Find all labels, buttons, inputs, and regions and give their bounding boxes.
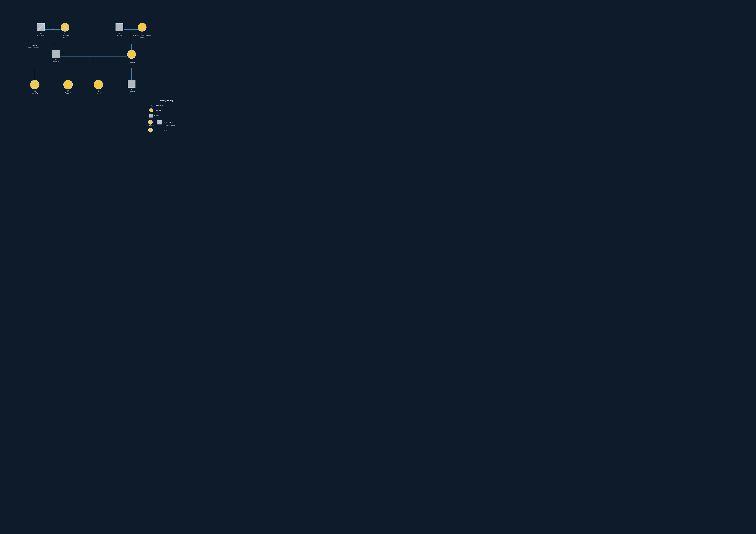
svg-text:A and W: A and W — [65, 92, 71, 94]
svg-text:(Old Age): (Old Age) — [37, 35, 44, 36]
genogram-diagram: 90 (Old Age) 73 (Colorectal Cancer) Unkn… — [0, 0, 197, 136]
svg-text:Chronic Kidney Disease: Chronic Kidney Disease — [133, 35, 151, 36]
child2: 15 A and W — [64, 80, 72, 94]
svg-text:or: or — [155, 121, 156, 123]
svg-line-56 — [150, 104, 153, 107]
svg-text:Genogram Key: Genogram Key — [160, 100, 173, 102]
father: 47 A and W — [52, 51, 60, 63]
svg-text:A and W: A and W — [128, 90, 135, 92]
svg-text:6: 6 — [131, 89, 132, 90]
svg-rect-35 — [52, 51, 60, 58]
svg-text:47: 47 — [55, 59, 57, 61]
svg-text:= Separated: = Separated — [154, 105, 163, 106]
svg-rect-51 — [128, 80, 135, 88]
mother: 43 A and W — [127, 50, 136, 64]
svg-text:Sibling History: Sibling History — [28, 46, 39, 48]
svg-text:Diabetes: Diabetes — [139, 37, 146, 38]
svg-point-38 — [127, 50, 136, 59]
svg-text:90: 90 — [40, 33, 42, 34]
svg-text:A and W: A and W — [32, 92, 38, 94]
svg-text:= Client: = Client — [164, 129, 169, 131]
paternal-grandmother: 73 (Colorectal Cancer) — [61, 23, 69, 38]
svg-rect-60 — [149, 114, 153, 117]
svg-text:73: 73 — [64, 33, 66, 34]
svg-text:80: 80 — [119, 33, 121, 34]
maternal-grandfather: 80 Asthma — [116, 23, 123, 36]
svg-text:= Male: = Male — [154, 115, 159, 116]
svg-text:8: 8 — [98, 90, 99, 92]
svg-point-31 — [138, 23, 147, 31]
svg-text:43: 43 — [131, 60, 132, 62]
svg-text:Asthma: Asthma — [117, 35, 122, 36]
child1-client: 19 A and W — [30, 80, 39, 94]
svg-text:= Deceased: = Deceased — [164, 121, 173, 123]
genogram-key: Genogram Key = Separated = Female = Male… — [147, 98, 194, 133]
svg-point-72 — [148, 128, 152, 132]
svg-text:A and W: A and W — [147, 125, 154, 126]
child3: 8 A and W — [94, 80, 103, 94]
svg-text:= Alive and Well: = Alive and Well — [164, 125, 176, 126]
svg-text:A and W: A and W — [128, 62, 135, 64]
svg-point-58 — [149, 109, 153, 112]
maternal-grandmother: 70 Chronic Kidney Disease Diabetes — [133, 23, 151, 38]
svg-text:(Colorectal: (Colorectal — [61, 35, 69, 36]
unknown-sibling-label: Unknown — [30, 44, 37, 46]
paternal-grandfather: 90 (Old Age) — [37, 23, 44, 36]
svg-text:70: 70 — [141, 33, 143, 34]
svg-point-45 — [64, 80, 72, 89]
child4: 6 A and W — [128, 80, 135, 92]
svg-text:A and W: A and W — [95, 92, 101, 94]
svg-rect-28 — [116, 23, 123, 31]
svg-text:A and W: A and W — [53, 61, 59, 63]
svg-text:= Female: = Female — [154, 110, 161, 111]
svg-point-48 — [94, 80, 103, 89]
svg-text:Cancer): Cancer) — [62, 37, 68, 38]
svg-text:15: 15 — [67, 90, 69, 92]
svg-text:19: 19 — [34, 90, 36, 92]
